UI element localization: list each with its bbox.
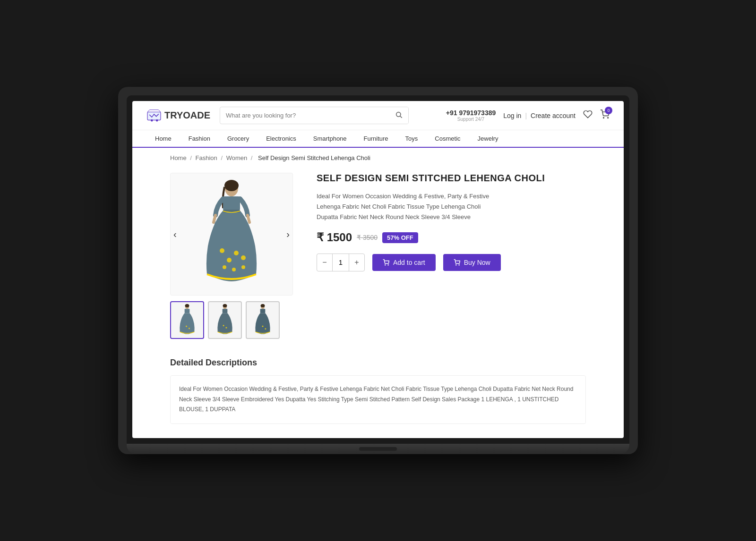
search-input[interactable]: [220, 108, 389, 123]
prev-image-button[interactable]: ‹: [173, 229, 177, 240]
svg-point-6: [608, 118, 609, 118]
header-links: Log in | Create account: [503, 112, 576, 119]
desc-line-2: Lehenga Fabric Net Choli Fabric Tissue T…: [317, 202, 586, 212]
thumbnail-2[interactable]: [208, 301, 242, 339]
phone-info: +91 9791973389 Support 24/7: [446, 109, 496, 122]
nav-grocery[interactable]: Grocery: [219, 130, 258, 147]
desc-line-1: Ideal For Women Occasion Wedding & Festi…: [317, 191, 586, 202]
svg-point-13: [241, 255, 246, 260]
quantity-increase-button[interactable]: +: [349, 254, 364, 271]
product-details: SELF DESIGN SEMI STITCHED LEHENGA CHOLI …: [317, 173, 586, 339]
main-product-image: [171, 173, 292, 295]
svg-point-34: [265, 328, 266, 330]
buy-now-label: Buy Now: [464, 259, 490, 266]
next-image-button[interactable]: ›: [286, 229, 290, 240]
svg-point-15: [232, 268, 236, 271]
svg-point-35: [385, 265, 386, 265]
svg-line-4: [400, 116, 402, 118]
price-original: ₹ 3500: [357, 234, 378, 241]
breadcrumb-current: Self Design Semi Stitched Lehenga Choli: [258, 154, 370, 161]
quantity-value: 1: [332, 254, 349, 271]
breadcrumb: Home / Fashion / Women / Self Design Sem…: [132, 148, 624, 168]
thumbnail-1[interactable]: [170, 301, 204, 339]
breadcrumb-sep-1: /: [190, 154, 193, 161]
price-current: ₹ 1500: [317, 231, 352, 244]
svg-point-33: [262, 326, 264, 327]
breadcrumb-fashion[interactable]: Fashion: [196, 154, 217, 161]
quantity-decrease-button[interactable]: −: [317, 254, 332, 271]
search-button[interactable]: [389, 107, 408, 124]
nav-electronics[interactable]: Electronics: [258, 130, 305, 147]
discount-badge: 57% OFF: [382, 232, 418, 243]
divider: |: [525, 112, 527, 119]
logo[interactable]: TRYOADE: [146, 109, 210, 122]
cart-badge: 0: [605, 107, 612, 114]
add-to-cart-label: Add to cart: [393, 259, 425, 266]
svg-point-8: [224, 180, 239, 191]
header-right: +91 9791973389 Support 24/7 Log in | Cre…: [446, 109, 610, 122]
breadcrumb-women[interactable]: Women: [226, 154, 248, 161]
nav-fashion[interactable]: Fashion: [180, 130, 219, 147]
quantity-control: − 1 +: [317, 254, 365, 271]
create-account-link[interactable]: Create account: [531, 112, 576, 119]
product-description: Ideal For Women Occasion Wedding & Festi…: [317, 191, 586, 222]
svg-rect-0: [147, 112, 161, 120]
descriptions-section: Detailed Descriptions Ideal For Women Oc…: [132, 353, 624, 438]
product-section: ‹: [132, 168, 624, 353]
svg-point-38: [459, 265, 459, 265]
buy-icon: [454, 259, 460, 266]
nav-toys[interactable]: Toys: [397, 130, 427, 147]
svg-point-5: [603, 118, 604, 118]
svg-rect-32: [260, 309, 266, 313]
header: TRYOADE +91 9791973389 Support 24/7: [132, 101, 624, 130]
thumbnails: [170, 301, 293, 339]
svg-line-17: [214, 215, 215, 222]
phone-number: +91 9791973389: [446, 109, 496, 117]
breadcrumb-sep-2: /: [221, 154, 224, 161]
nav-furniture[interactable]: Furniture: [355, 130, 397, 147]
cart-button[interactable]: 0: [600, 110, 610, 121]
svg-point-29: [225, 327, 227, 329]
svg-line-18: [248, 215, 249, 222]
nav-jewelry[interactable]: Jewelry: [469, 130, 507, 147]
svg-point-2: [156, 119, 158, 121]
nav-cosmetic[interactable]: Cosmetic: [426, 130, 469, 147]
svg-point-10: [220, 248, 224, 253]
svg-rect-27: [223, 309, 228, 313]
navigation: Home Fashion Grocery Electronics Smartph…: [132, 130, 624, 148]
add-to-cart-button[interactable]: Add to cart: [372, 254, 436, 271]
logo-text: TRYOADE: [164, 110, 210, 121]
descriptions-title: Detailed Descriptions: [170, 358, 586, 368]
buy-now-button[interactable]: Buy Now: [443, 254, 501, 271]
breadcrumb-home[interactable]: Home: [170, 154, 187, 161]
svg-point-28: [223, 325, 224, 326]
svg-point-23: [186, 326, 187, 327]
login-link[interactable]: Log in: [503, 112, 521, 119]
breadcrumb-sep-3: /: [251, 154, 254, 161]
search-bar[interactable]: [220, 107, 409, 124]
svg-point-11: [227, 258, 232, 262]
svg-rect-22: [185, 309, 190, 313]
nav-home[interactable]: Home: [146, 130, 180, 147]
svg-point-1: [151, 119, 153, 121]
svg-point-26: [223, 304, 227, 307]
svg-point-21: [185, 304, 189, 307]
main-image-container: ‹: [170, 173, 293, 296]
image-gallery: ‹: [170, 173, 293, 339]
price-section: ₹ 1500 ₹ 3500 57% OFF: [317, 231, 586, 244]
support-text: Support 24/7: [446, 117, 496, 122]
svg-rect-9: [223, 196, 240, 211]
svg-point-14: [223, 265, 226, 269]
descriptions-text: Ideal For Women Occasion Wedding & Festi…: [170, 375, 586, 424]
svg-point-16: [241, 265, 245, 269]
product-title: SELF DESIGN SEMI STITCHED LEHENGA CHOLI: [317, 173, 586, 184]
cart-icon: [383, 259, 389, 266]
svg-point-12: [234, 251, 239, 255]
thumbnail-3[interactable]: [246, 301, 280, 339]
quantity-section: − 1 + Add to cart: [317, 254, 586, 271]
svg-point-24: [189, 328, 190, 329]
svg-point-36: [388, 265, 388, 265]
svg-point-31: [261, 304, 265, 307]
nav-smartphone[interactable]: Smartphone: [305, 130, 355, 147]
wishlist-button[interactable]: [583, 110, 593, 121]
